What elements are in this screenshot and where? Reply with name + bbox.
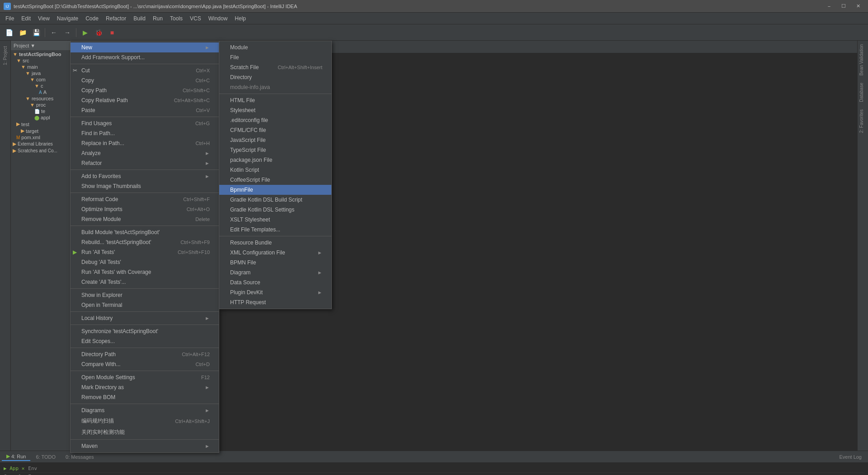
new-scratch[interactable]: Scratch File Ctrl+Alt+Shift+Insert [219, 62, 331, 72]
project-label[interactable]: 1: Project [1, 42, 9, 69]
ctx-analyze[interactable]: Analyze ► [71, 148, 219, 158]
new-kotlin[interactable]: Kotlin Script [219, 165, 331, 175]
new-coffeescript[interactable]: CoffeeScript File [219, 175, 331, 185]
toolbar-back[interactable]: ← [47, 26, 60, 39]
toolbar-new[interactable]: 📄 [3, 26, 15, 39]
ctx-show-thumbnails[interactable]: Show Image Thumbnails [71, 181, 219, 191]
ctx-find-usages[interactable]: Find Usages Ctrl+G [71, 118, 219, 128]
new-xslt[interactable]: XSLT Stylesheet [219, 215, 331, 225]
ctx-build-module[interactable]: Build Module 'testActSpringBoot' [71, 227, 219, 237]
new-javascript[interactable]: JavaScript File [219, 135, 331, 145]
ctx-add-framework[interactable]: Add Framework Support... [71, 52, 219, 62]
ctx-mark-dir[interactable]: Mark Directory as ► [71, 382, 219, 392]
new-html[interactable]: HTML File [219, 95, 331, 105]
run-tab-app[interactable]: ▶ App ✕ [4, 466, 24, 471]
ctx-replace[interactable]: Replace in Path... Ctrl+H [71, 138, 219, 148]
new-gradle-build[interactable]: Gradle Kotlin DSL Build Script [219, 195, 331, 205]
toolbar-debug[interactable]: 🐞 [92, 26, 105, 39]
ctx-remove-bom[interactable]: Remove BOM [71, 392, 219, 402]
bean-validation-label[interactable]: Bean Validation [858, 41, 868, 79]
new-http-request[interactable]: HTTP Request [219, 297, 331, 307]
ctx-item-label: Add to Favorites [81, 173, 121, 179]
ctx-optimize[interactable]: Optimize Imports Ctrl+Alt+O [71, 204, 219, 214]
ctx-item-label: 编码规约扫描 [81, 417, 114, 425]
menu-item-code[interactable]: Code [82, 14, 102, 23]
menu-item-tools[interactable]: Tools [166, 14, 186, 23]
ctx-run-coverage[interactable]: Run 'All Tests' with Coverage [71, 267, 219, 277]
new-module[interactable]: Module [219, 42, 331, 52]
database-label[interactable]: Database [858, 79, 868, 106]
ctx-show-explorer[interactable]: Show in Explorer [71, 290, 219, 300]
new-cfml[interactable]: CFML/CFC file [219, 125, 331, 135]
ctx-maven[interactable]: Maven ► [71, 441, 219, 451]
run-tab-env[interactable]: Env [28, 466, 37, 471]
ctx-open-terminal[interactable]: Open in Terminal [71, 300, 219, 310]
ctx-find-path[interactable]: Find in Path... [71, 128, 219, 138]
menu-item-help[interactable]: Help [231, 14, 250, 23]
menu-item-edit[interactable]: Edit [18, 14, 34, 23]
ctx-code-scan[interactable]: 编码规约扫描 Ctrl+Alt+Shift+J [71, 415, 219, 427]
new-data-source[interactable]: Data Source [219, 277, 331, 287]
maximize-button[interactable]: ☐ [837, 1, 850, 11]
ctx-synchronize[interactable]: Synchronize 'testActSpringBoot' [71, 326, 219, 336]
ctx-remove-module[interactable]: Remove Module Delete [71, 214, 219, 224]
toolbar-run[interactable]: ▶ [79, 26, 91, 39]
new-gradle-settings[interactable]: Gradle Kotlin DSL Settings [219, 205, 331, 215]
menu-item-run[interactable]: Run [149, 14, 166, 23]
ctx-open-module-settings[interactable]: Open Module Settings F12 [71, 372, 219, 382]
favorites-label[interactable]: 2: Favorites [858, 106, 868, 136]
new-stylesheet[interactable]: Stylesheet [219, 105, 331, 115]
new-bpmn[interactable]: BpmnFile [219, 185, 331, 195]
new-resource-bundle[interactable]: Resource Bundle [219, 238, 331, 248]
ctx-edit-scopes[interactable]: Edit Scopes... [71, 336, 219, 346]
toolbar-forward[interactable]: → [61, 26, 74, 39]
ctx-debug-tests[interactable]: Debug 'All Tests' [71, 257, 219, 267]
new-bpmn-file[interactable]: BPMN File [219, 258, 331, 268]
ctx-refactor[interactable]: Refactor ► [71, 158, 219, 168]
new-typescript[interactable]: TypeScript File [219, 145, 331, 155]
ctx-item-label: 关闭实时检测功能 [81, 428, 125, 436]
new-edit-templates[interactable]: Edit File Templates... [219, 225, 331, 235]
ctx-new[interactable]: New ► [71, 42, 219, 52]
ctx-run-tests[interactable]: ▶ Run 'All Tests' Ctrl+Shift+F10 [71, 247, 219, 257]
toolbar-stop[interactable]: ■ [106, 26, 118, 39]
minimize-button[interactable]: − [823, 1, 835, 11]
ctx-paste[interactable]: Paste Ctrl+V [71, 105, 219, 115]
tab-messages[interactable]: 0: Messages [61, 453, 98, 461]
menu-item-file[interactable]: File [2, 14, 18, 23]
ctx-cut[interactable]: ✂ Cut Ctrl+X [71, 66, 219, 75]
ctx-compare[interactable]: Compare With... Ctrl+D [71, 359, 219, 369]
new-directory[interactable]: Directory [219, 72, 331, 82]
new-editorconfig[interactable]: .editorconfig file [219, 115, 331, 125]
tab-event-log[interactable]: Event Log [835, 453, 866, 461]
toolbar-open[interactable]: 📁 [16, 26, 29, 39]
new-xml-config[interactable]: XML Configuration File ► [219, 248, 331, 258]
menu-item-vcs[interactable]: VCS [186, 14, 205, 23]
tab-run[interactable]: ▶ 4: Run [2, 452, 30, 461]
ctx-realtime[interactable]: 关闭实时检测功能 [71, 427, 219, 438]
tab-todo[interactable]: 6: TODO [31, 453, 60, 461]
new-diagram[interactable]: Diagram ► [219, 268, 331, 277]
close-button[interactable]: ✕ [852, 1, 864, 11]
ctx-diagrams[interactable]: Diagrams ► [71, 405, 219, 415]
menu-item-build[interactable]: Build [130, 14, 149, 23]
new-file[interactable]: File [219, 52, 331, 62]
ctx-copy-path[interactable]: Copy Path Ctrl+Shift+C [71, 85, 219, 95]
ctx-local-history[interactable]: Local History ► [71, 313, 219, 323]
ctx-copy[interactable]: Copy Ctrl+C [71, 75, 219, 85]
menu-item-refactor[interactable]: Refactor [102, 14, 130, 23]
new-plugin-devkit[interactable]: Plugin DevKit ► [219, 287, 331, 297]
ctx-create-tests[interactable]: Create 'All Tests'... [71, 277, 219, 287]
menu-item-navigate[interactable]: Navigate [53, 14, 82, 23]
ctx-add-favorites[interactable]: Add to Favorites ► [71, 171, 219, 181]
new-packagejson[interactable]: package.json File [219, 155, 331, 165]
ctx-copy-relative[interactable]: Copy Relative Path Ctrl+Alt+Shift+C [71, 95, 219, 105]
tree-item-label: java [32, 71, 41, 76]
ctx-rebuild[interactable]: Rebuild... 'testActSpringBoot' Ctrl+Shif… [71, 237, 219, 247]
ctx-dir-path[interactable]: Directory Path Ctrl+Alt+F12 [71, 349, 219, 359]
menu-item-window[interactable]: Window [205, 14, 231, 23]
ctx-reformat[interactable]: Reformat Code Ctrl+Shift+F [71, 194, 219, 204]
new-module-info[interactable]: module-info.java [219, 82, 331, 92]
toolbar-save[interactable]: 💾 [30, 26, 42, 39]
menu-item-view[interactable]: View [34, 14, 53, 23]
